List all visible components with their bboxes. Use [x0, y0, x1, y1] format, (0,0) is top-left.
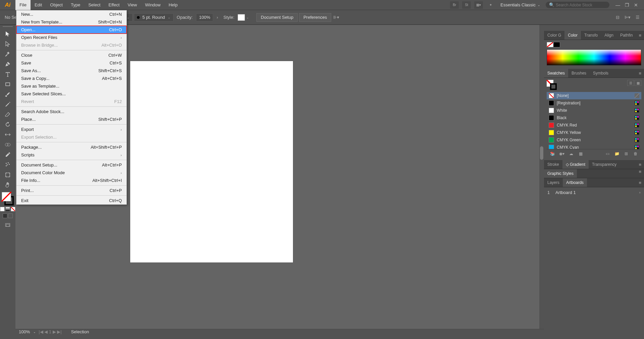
eyedropper-tool[interactable]: [2, 150, 14, 160]
screen-mode-icon[interactable]: [8, 213, 13, 218]
delete-swatch-icon[interactable]: 🗑: [632, 151, 639, 157]
maximize-icon[interactable]: ❐: [625, 2, 629, 8]
gpu-icon[interactable]: ✦: [486, 1, 495, 9]
fill-color-box[interactable]: [2, 192, 11, 201]
none-chip[interactable]: [547, 42, 553, 47]
file-menu-document-color-mode[interactable]: Document Color Mode›: [16, 169, 127, 177]
swatch-options-icon[interactable]: ☁: [567, 151, 575, 157]
artboard-row[interactable]: 1Artboard 1▫: [544, 189, 644, 196]
file-menu-save-as-[interactable]: Save As...Shift+Ctrl+S: [16, 67, 127, 75]
menu-help[interactable]: Help: [164, 0, 182, 10]
file-menu-print-[interactable]: Print...Ctrl+P: [16, 187, 127, 194]
chevron-down-icon[interactable]: ⌄: [246, 16, 249, 19]
tab-color[interactable]: Color: [564, 31, 581, 40]
graphic-styles-tab[interactable]: Graphic Styles: [544, 169, 577, 178]
tab-color-g[interactable]: Color G: [544, 31, 564, 40]
new-swatch-icon[interactable]: ▭: [604, 151, 611, 157]
swatch-white[interactable]: White: [547, 107, 641, 114]
file-menu-new-[interactable]: New...Ctrl+N: [16, 10, 127, 18]
file-menu-save-selected-slices-[interactable]: Save Selected Slices...: [16, 90, 127, 98]
menu-view[interactable]: View: [123, 0, 141, 10]
type-tool[interactable]: [2, 69, 14, 79]
perspective-icon[interactable]: ⊫▾: [624, 14, 631, 21]
black-chip[interactable]: [553, 42, 560, 47]
change-screen-mode[interactable]: [2, 220, 14, 230]
menu-effect[interactable]: Effect: [104, 0, 123, 10]
gradient-mode-icon[interactable]: [5, 207, 10, 211]
tab-gradient[interactable]: ◇ Gradient: [562, 160, 589, 169]
document-setup-button[interactable]: Document Setup: [256, 13, 298, 22]
tab-artboards[interactable]: Artboards: [563, 178, 587, 187]
width-tool[interactable]: [2, 130, 14, 140]
file-menu-close[interactable]: CloseCtrl+W: [16, 51, 127, 59]
opacity-field[interactable]: 100%: [196, 13, 213, 21]
swatch-fill-stroke[interactable]: [547, 80, 557, 90]
hand-tool[interactable]: [2, 180, 14, 190]
file-menu-open-recent-files[interactable]: Open Recent Files›: [16, 34, 127, 41]
file-menu-new-from-template-[interactable]: New from Template...Shift+Ctrl+N: [16, 18, 127, 26]
color-mode-icon[interactable]: [0, 207, 5, 211]
opacity-expand-icon[interactable]: ›: [214, 15, 220, 20]
file-menu-save[interactable]: SaveCtrl+S: [16, 59, 127, 67]
file-menu-exit[interactable]: ExitCtrl+Q: [16, 197, 127, 204]
menu-select[interactable]: Select: [84, 0, 104, 10]
workspace-switcher[interactable]: Essentials Classic ⌄: [498, 2, 542, 7]
file-menu-save-a-copy-[interactable]: Save a Copy...Alt+Ctrl+S: [16, 75, 127, 82]
grid-view-icon[interactable]: ▦: [635, 80, 641, 86]
rectangle-tool[interactable]: [2, 79, 14, 89]
arrange-docs-icon[interactable]: ▦▾: [474, 1, 483, 9]
horizontal-scrollbar[interactable]: 100% ⌄ |◀ ◀ 1 ▶ ▶| Selection: [15, 329, 544, 334]
tab-transfo[interactable]: Transfo: [581, 31, 601, 40]
rotate-tool[interactable]: [2, 119, 14, 130]
paintbrush-tool[interactable]: [2, 89, 14, 99]
menu-object[interactable]: Object: [46, 0, 67, 10]
swatch-cmyk-cyan[interactable]: CMYK Cyan: [547, 144, 641, 149]
tab-transparency[interactable]: Transparency: [589, 160, 620, 169]
close-icon[interactable]: ✕: [634, 2, 638, 8]
new-icon[interactable]: ⊞: [623, 151, 630, 157]
tab-stroke[interactable]: Stroke: [544, 160, 562, 169]
stock-icon[interactable]: St: [462, 1, 471, 9]
none-mode-icon[interactable]: [11, 207, 15, 211]
style-swatch[interactable]: [238, 14, 245, 21]
file-menu-open-[interactable]: Open...Ctrl+O: [16, 26, 127, 34]
pen-tool[interactable]: [2, 59, 14, 69]
swatch-libraries-icon[interactable]: 📚: [549, 151, 556, 157]
menu-file[interactable]: File: [15, 0, 31, 10]
artboard[interactable]: [130, 61, 293, 262]
pencil-tool[interactable]: [2, 99, 14, 109]
menu-edit[interactable]: Edit: [31, 0, 46, 10]
tab-pathfin[interactable]: Pathfin: [617, 31, 636, 40]
search-stock-field[interactable]: 🔍: [546, 2, 609, 8]
direct-selection-tool[interactable]: [2, 39, 14, 49]
file-menu-package-[interactable]: Package...Alt+Shift+Ctrl+P: [16, 143, 127, 151]
fill-stroke-indicator[interactable]: [1, 192, 14, 205]
panel-menu-icon[interactable]: ≡: [636, 71, 644, 76]
bridge-icon[interactable]: Br: [450, 1, 459, 9]
swatch-cmyk-green[interactable]: CMYK Green: [547, 136, 641, 144]
tab-brushes[interactable]: Brushes: [568, 69, 590, 78]
panel-menu-icon[interactable]: ≡: [636, 180, 644, 185]
color-spectrum[interactable]: [547, 49, 641, 65]
panel-menu-icon[interactable]: ≡: [636, 33, 644, 38]
artboard-tool[interactable]: [2, 170, 14, 180]
tab-layers[interactable]: Layers: [544, 178, 563, 187]
file-menu-scripts[interactable]: Scripts›: [16, 151, 127, 159]
tab-align[interactable]: Align: [601, 31, 617, 40]
minimize-icon[interactable]: —: [615, 2, 620, 8]
shape-builder-tool[interactable]: [2, 140, 14, 150]
brush-definition[interactable]: 5 pt. Round ⌄: [134, 13, 173, 21]
swatch-black[interactable]: Black: [547, 114, 641, 122]
panel-menu-icon[interactable]: ≡: [636, 162, 644, 167]
tab-swatches[interactable]: Swatches: [544, 69, 568, 78]
selection-tool[interactable]: [2, 29, 14, 39]
list-view-icon[interactable]: ☰: [627, 80, 634, 86]
vertical-scrollbar[interactable]: [539, 25, 544, 329]
file-menu-place-[interactable]: Place...Shift+Ctrl+P: [16, 115, 127, 123]
menu-window[interactable]: Window: [141, 0, 164, 10]
snap-icon[interactable]: ⊟: [614, 14, 621, 21]
preferences-button[interactable]: Preferences: [299, 13, 331, 22]
tab-symbols[interactable]: Symbols: [590, 69, 612, 78]
swatch--registration-[interactable]: [Registration]: [547, 99, 641, 107]
screen-mode-icon[interactable]: [3, 213, 7, 218]
